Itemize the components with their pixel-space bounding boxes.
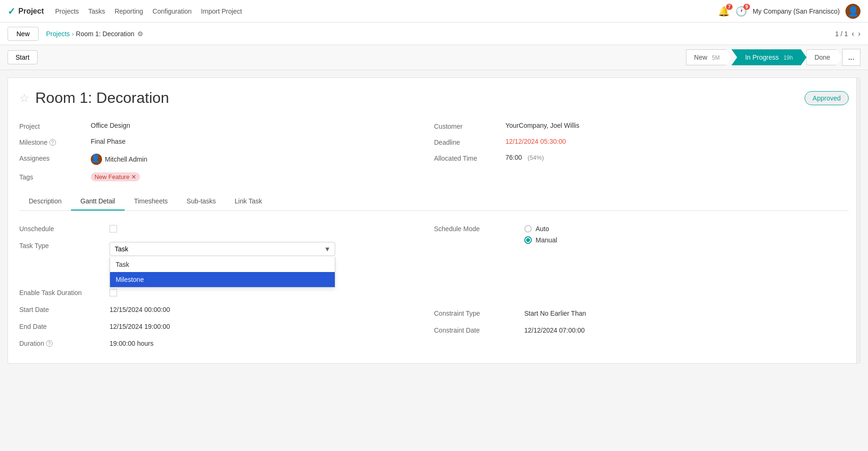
start-date-label: Start Date <box>19 306 104 313</box>
manual-radio-label: Manual <box>536 236 557 244</box>
auto-radio-button[interactable] <box>524 225 532 233</box>
schedule-mode-label: Schedule Mode <box>434 225 519 233</box>
task-type-dropdown: Task Milestone <box>110 257 335 288</box>
company-name: My Company (San Francisco) <box>753 8 840 15</box>
tag-new-feature[interactable]: New Feature ✕ <box>91 172 140 181</box>
nav-configuration[interactable]: Configuration <box>152 8 191 15</box>
assignees-field: Assignees 👤 Mitchell Admin <box>19 150 434 169</box>
customer-label: Customer <box>434 122 500 130</box>
enable-task-duration-checkbox[interactable] <box>110 289 117 296</box>
end-date-value[interactable]: 12/15/2024 19:00:00 <box>110 323 434 330</box>
main-content: ☆ Room 1: Decoration Approved Project Of… <box>8 78 860 364</box>
nav-tasks[interactable]: Tasks <box>88 8 105 15</box>
breadcrumb-bar: New Projects › Room 1: Decoration ⚙ 1 / … <box>0 23 868 45</box>
allocated-time-area: 76:00 (54%) <box>505 154 544 161</box>
notifications-button[interactable]: 🔔7 <box>718 6 730 17</box>
nav-import-project[interactable]: Import Project <box>201 8 242 15</box>
duration-help-icon[interactable]: ? <box>46 340 53 347</box>
task-type-select[interactable]: Task Milestone <box>110 242 335 256</box>
tabs-bar: Description Gantt Detail Timesheets Sub-… <box>19 193 849 211</box>
milestone-value[interactable]: Final Phase <box>91 138 126 145</box>
stage-new-time: 5M <box>712 54 720 61</box>
schedule-mode-manual[interactable]: Manual <box>524 236 557 244</box>
constraint-type-value[interactable]: Start No Earlier Than <box>524 310 849 317</box>
duration-value[interactable]: 19:00:00 hours <box>110 340 434 347</box>
user-avatar[interactable]: 👤 <box>845 4 860 19</box>
allocated-time-label: Allocated Time <box>434 154 500 162</box>
nav-links: Projects Tasks Reporting Configuration I… <box>55 8 242 15</box>
tab-link-task[interactable]: Link Task <box>225 193 271 210</box>
tab-sub-tasks[interactable]: Sub-tasks <box>177 193 225 210</box>
gear-icon[interactable]: ⚙ <box>137 30 143 38</box>
tab-timesheets[interactable]: Timesheets <box>125 193 177 210</box>
tags-field: Tags New Feature ✕ <box>19 169 434 185</box>
form-grid: Project Office Design Milestone ? Final … <box>19 118 849 185</box>
schedule-mode-auto[interactable]: Auto <box>524 225 557 233</box>
stage-done-label: Done <box>814 54 830 61</box>
unschedule-checkbox[interactable] <box>110 225 117 233</box>
app-logo[interactable]: ✓ Project <box>8 6 44 17</box>
stage-new[interactable]: New 5M <box>686 49 732 65</box>
assignee-avatar: 👤 <box>91 154 102 165</box>
start-date-value[interactable]: 12/15/2024 00:00:00 <box>110 306 434 313</box>
schedule-mode-radios: Auto Manual <box>524 225 557 244</box>
breadcrumb-projects-link[interactable]: Projects <box>46 30 70 38</box>
approved-badge[interactable]: Approved <box>805 91 849 105</box>
constraint-type-field: Constraint Type Start No Earlier Than <box>434 249 849 322</box>
customer-value[interactable]: YourCompany, Joel Willis <box>505 122 579 129</box>
milestone-label: Milestone ? <box>19 138 85 146</box>
stage-tabs: New 5M In Progress 19h Done ... <box>686 49 860 66</box>
constraint-date-label: Constraint Date <box>434 327 519 334</box>
dropdown-option-task[interactable]: Task <box>110 257 335 272</box>
duration-label: Duration ? <box>19 340 104 347</box>
unschedule-field: Unschedule <box>19 220 434 237</box>
allocated-time-value[interactable]: 76:00 <box>505 154 522 161</box>
tab-description[interactable]: Description <box>19 193 71 210</box>
nav-reporting[interactable]: Reporting <box>115 8 143 15</box>
milestone-help-icon[interactable]: ? <box>49 139 56 146</box>
end-date-label: End Date <box>19 323 104 330</box>
stage-in-progress[interactable]: In Progress 19h <box>732 49 807 65</box>
start-date-field: Start Date 12/15/2024 00:00:00 <box>19 301 434 318</box>
task-type-label: Task Type <box>19 242 104 249</box>
dropdown-option-milestone[interactable]: Milestone <box>110 272 335 287</box>
allocated-time-field: Allocated Time 76:00 (54%) <box>434 150 849 166</box>
project-field: Project Office Design <box>19 118 434 134</box>
schedule-mode-field: Schedule Mode Auto Manual <box>434 220 849 249</box>
tag-remove-icon[interactable]: ✕ <box>131 173 136 180</box>
scroll-indicator[interactable] <box>856 78 860 363</box>
deadline-field: Deadline 12/12/2024 05:30:00 <box>434 134 849 150</box>
deadline-value[interactable]: 12/12/2024 05:30:00 <box>505 138 566 145</box>
start-button[interactable]: Start <box>8 50 38 64</box>
pagination-text: 1 / 1 <box>835 30 848 38</box>
prev-button[interactable]: ‹ <box>852 30 854 38</box>
assignees-value[interactable]: 👤 Mitchell Admin <box>91 154 147 165</box>
nav-projects[interactable]: Projects <box>55 8 79 15</box>
tab-gantt-detail[interactable]: Gantt Detail <box>71 193 125 210</box>
enable-task-duration-label: Enable Task Duration <box>19 289 104 296</box>
assignee-name: Mitchell Admin <box>105 156 147 163</box>
breadcrumb-current-title: Room 1: Decoration <box>76 30 134 38</box>
top-nav: ✓ Project Projects Tasks Reporting Confi… <box>0 0 868 23</box>
auto-radio-label: Auto <box>536 225 549 233</box>
manual-radio-button[interactable] <box>524 236 532 244</box>
stage-in-progress-time: 19h <box>783 54 793 61</box>
assignees-label: Assignees <box>19 154 85 162</box>
stage-more-button[interactable]: ... <box>842 49 860 66</box>
messages-button[interactable]: 🕐9 <box>735 6 747 17</box>
new-button[interactable]: New <box>8 27 39 41</box>
title-area: ☆ Room 1: Decoration Approved <box>19 89 849 107</box>
customer-field: Customer YourCompany, Joel Willis <box>434 118 849 134</box>
task-type-select-wrapper: Task Milestone ▼ Task Milestone <box>110 242 335 256</box>
next-button[interactable]: › <box>858 30 860 38</box>
breadcrumb-current: Room 1: Decoration ⚙ <box>76 30 143 38</box>
duration-field: Duration ? 19:00:00 hours <box>19 335 434 352</box>
messages-badge: 9 <box>743 4 750 10</box>
task-type-field: Task Type Task Milestone ▼ Task Mileston… <box>19 237 434 261</box>
constraint-date-value[interactable]: 12/12/2024 07:00:00 <box>524 327 849 334</box>
stage-in-progress-label: In Progress <box>745 54 779 61</box>
favorite-star-icon[interactable]: ☆ <box>19 92 30 105</box>
constraint-date-field: Constraint Date 12/12/2024 07:00:00 <box>434 322 849 339</box>
stage-done[interactable]: Done <box>806 49 842 65</box>
project-value[interactable]: Office Design <box>91 122 130 129</box>
